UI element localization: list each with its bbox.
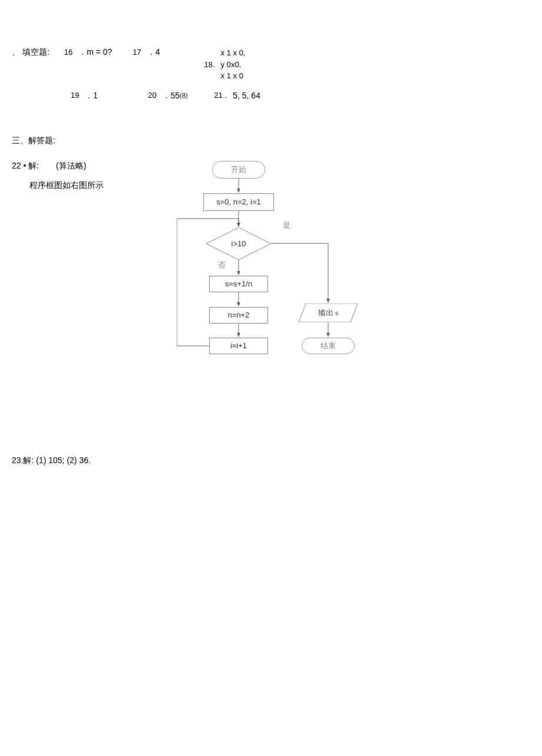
- fill-blank-row1: 、 填空题: 16 . m = 0? 17 . 4 18. x 1 x 0, y…: [12, 47, 530, 82]
- line: x 1 x 0: [221, 70, 246, 82]
- dot: .: [150, 47, 153, 57]
- q22-label: 22 • 解:: [12, 161, 39, 170]
- line: x 1 x 0,: [221, 47, 246, 59]
- output-text: 输出 s: [299, 303, 358, 322]
- question-22: 22 • 解: (算法略) 程序框图如右图所示: [12, 161, 530, 397]
- flowchart-end: 结束: [302, 338, 355, 354]
- fill-item-19: 19 . 1: [71, 91, 98, 100]
- flowchart-init: s=0, n=2, i=1: [203, 193, 274, 211]
- q22-line1: 22 • 解: (算法略): [12, 161, 177, 171]
- decision-text: i>10: [206, 227, 271, 260]
- dot: .: [88, 91, 90, 100]
- fill-num: 21 .: [214, 91, 227, 100]
- fill-blank-row2: 19 . 1 20 . 55(8) 21 . 5, 5, 64: [71, 91, 530, 100]
- fill-item-20: 20 . 55(8): [148, 91, 187, 100]
- dot: .: [166, 91, 168, 100]
- flowchart-step2: n=n+2: [209, 307, 268, 323]
- fill-item-18: 18. x 1 x 0, y 0x0, x 1 x 0: [204, 47, 246, 82]
- fill-num: 16: [64, 48, 72, 57]
- flowchart-output: 输出 s: [299, 303, 358, 322]
- q22-sub: (算法略): [56, 161, 86, 170]
- fill-num: 20: [148, 91, 156, 100]
- fill-num: 17: [133, 48, 141, 57]
- fill-item-17: 17 . 4: [133, 47, 160, 57]
- q22-text: 22 • 解: (算法略) 程序框图如右图所示: [12, 161, 177, 191]
- fill-num: 18.: [204, 60, 215, 69]
- section-3-title: 三、解答题:: [12, 136, 530, 146]
- flowchart-step3: i=i+1: [209, 338, 268, 354]
- flowchart-decision: i>10: [206, 227, 271, 260]
- flowchart-step1: s=s+1/n: [209, 276, 268, 292]
- fill-ans: 55: [171, 91, 180, 100]
- fill-ans: 4: [156, 47, 160, 57]
- dot: .: [81, 47, 84, 57]
- subscript: (8): [180, 92, 187, 99]
- line: y 0x0,: [221, 59, 246, 71]
- fill-ans-multi: x 1 x 0, y 0x0, x 1 x 0: [221, 47, 246, 82]
- q22-desc: 程序框图如右图所示: [29, 180, 177, 191]
- fill-ans: m = 0?: [87, 47, 112, 57]
- fill-ans: 5, 5, 64: [233, 91, 260, 100]
- flowchart-start: 开始: [212, 161, 265, 179]
- label-yes: 是: [283, 220, 290, 230]
- section-3: 三、解答题: 22 • 解: (算法略) 程序框图如右图所示: [12, 136, 530, 466]
- fill-ans: 1: [93, 91, 98, 100]
- fill-item-16: 16 . m = 0?: [64, 47, 113, 57]
- fill-blank-title: 、 填空题:: [12, 47, 49, 58]
- question-23: 23.解: (1) 105; (2) 36.: [12, 455, 530, 466]
- label-no: 否: [218, 260, 226, 270]
- fill-item-21: 21 . 5, 5, 64: [214, 91, 260, 100]
- fill-num: 19: [71, 91, 79, 100]
- flowchart: 开始 s=0, n=2, i=1 i>10 是 否 s=s+1/n n=n+2 …: [177, 161, 401, 397]
